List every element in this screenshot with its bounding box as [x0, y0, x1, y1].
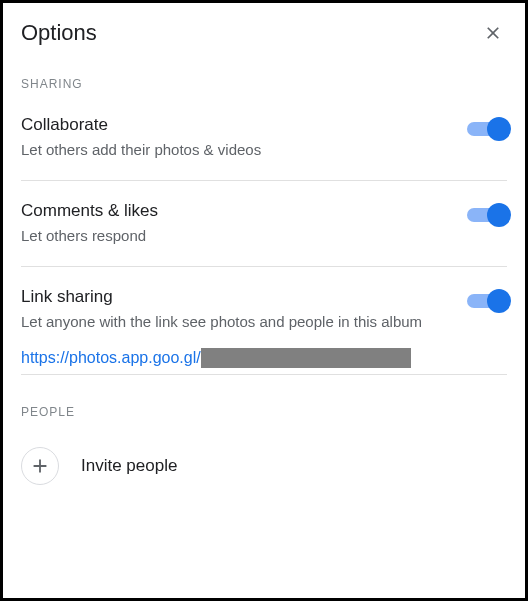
close-icon: [483, 23, 503, 43]
link-sharing-option: Link sharing Let anyone with the link se…: [21, 287, 507, 340]
collaborate-option: Collaborate Let others add their photos …: [21, 115, 507, 181]
comments-title: Comments & likes: [21, 201, 447, 221]
comments-toggle[interactable]: [467, 203, 507, 227]
invite-people-label: Invite people: [81, 456, 177, 476]
plus-icon-circle: [21, 447, 59, 485]
dialog-title: Options: [21, 20, 97, 46]
collaborate-desc: Let others add their photos & videos: [21, 139, 447, 160]
close-button[interactable]: [479, 19, 507, 47]
share-link-row[interactable]: https://photos.app.goo.gl/: [21, 348, 507, 375]
collaborate-toggle[interactable]: [467, 117, 507, 141]
sharing-section-label: SHARING: [21, 77, 507, 91]
people-section-label: PEOPLE: [21, 405, 507, 419]
share-link-redacted: [201, 348, 411, 368]
plus-icon: [29, 455, 51, 477]
link-sharing-title: Link sharing: [21, 287, 447, 307]
link-sharing-desc: Let anyone with the link see photos and …: [21, 311, 447, 332]
comments-option: Comments & likes Let others respond: [21, 201, 507, 267]
share-link-prefix: https://photos.app.goo.gl/: [21, 349, 201, 367]
comments-desc: Let others respond: [21, 225, 447, 246]
dialog-header: Options: [21, 19, 507, 47]
collaborate-title: Collaborate: [21, 115, 447, 135]
invite-people-button[interactable]: Invite people: [21, 443, 507, 489]
link-sharing-toggle[interactable]: [467, 289, 507, 313]
